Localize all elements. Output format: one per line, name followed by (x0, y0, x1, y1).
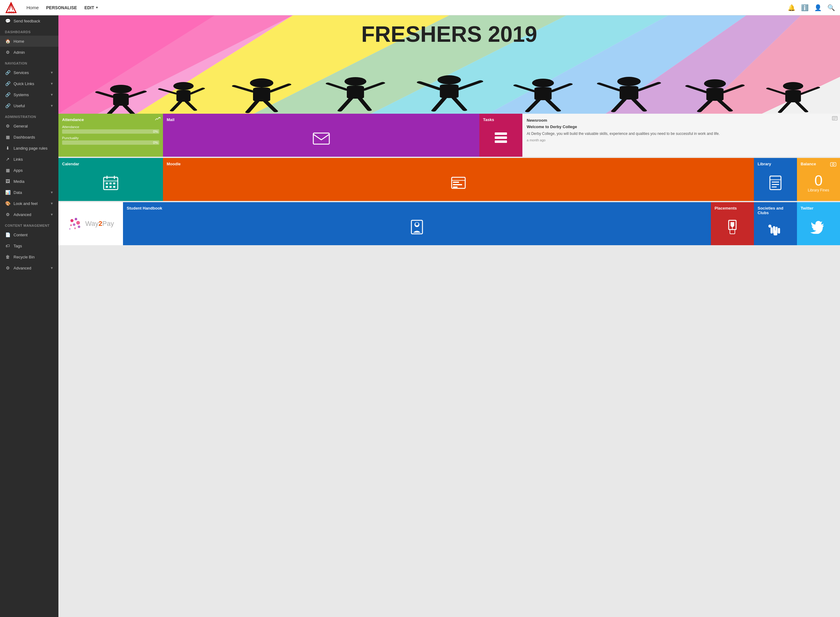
systems-icon: 🔗 (5, 92, 10, 97)
tile-attendance[interactable]: Attendance Attendance 0% Punctuality (58, 114, 163, 157)
svg-rect-45 (534, 87, 552, 100)
tile-student-handbook[interactable]: Student Handbook (123, 202, 711, 245)
tile-way2pay[interactable]: Way2Pay (58, 202, 123, 245)
attendance-bar-punctuality-pct: 0% (153, 141, 158, 145)
svg-point-32 (345, 77, 366, 86)
sidebar-item-links[interactable]: ↗ Links (0, 154, 58, 165)
svg-rect-82 (113, 183, 115, 185)
sidebar-item-dashboards[interactable]: ▦ Dashboards (0, 131, 58, 143)
svg-rect-85 (113, 186, 115, 188)
sidebar-item-home[interactable]: 🏠 Home (0, 35, 58, 47)
sidebar-useful-label: Useful (13, 103, 47, 108)
tile-tasks[interactable]: Tasks (479, 114, 522, 157)
sidebar-item-content[interactable]: 📄 Content (0, 229, 58, 240)
tile-twitter[interactable]: Twitter (797, 202, 840, 245)
tile-moodle[interactable]: Moodle (163, 158, 754, 201)
look-feel-chevron-icon: ▼ (50, 202, 53, 205)
advanced-admin-chevron-icon: ▼ (50, 213, 53, 216)
links-icon: ↗ (5, 156, 10, 162)
sidebar-item-media[interactable]: 🖼 Media (0, 176, 58, 187)
sidebar-section-navigation: NAVIGATION (0, 58, 58, 67)
svg-rect-114 (773, 226, 775, 233)
svg-rect-33 (347, 86, 364, 99)
services-chevron-icon: ▼ (50, 71, 53, 74)
nav-personalise[interactable]: PERSONALISE (46, 5, 77, 10)
sidebar-item-advanced-content[interactable]: ⚙ Advanced ▼ (0, 263, 58, 273)
sidebar-item-useful[interactable]: 🔗 Useful ▼ (0, 100, 58, 111)
svg-rect-90 (453, 186, 457, 188)
tile-calendar[interactable]: Calendar (58, 158, 163, 201)
newsroom-section-title: Newsroom (527, 118, 836, 123)
svg-rect-81 (109, 183, 112, 185)
sidebar-item-admin[interactable]: ⚙ Admin (0, 47, 58, 58)
search-icon[interactable]: 🔍 (827, 4, 835, 11)
tile-library[interactable]: Library (754, 158, 797, 201)
way2pay-text: Way2Pay (85, 220, 114, 228)
nav-edit[interactable]: EDIT ▼ (84, 5, 98, 10)
main-layout: 💬 Send feedback DASHBOARDS 🏠 Home ⚙ Admi… (0, 15, 840, 617)
svg-point-26 (250, 78, 274, 87)
sidebar-media-label: Media (13, 179, 53, 184)
svg-rect-68 (313, 133, 329, 144)
sidebar-item-look-and-feel[interactable]: 🎨 Look and feel ▼ (0, 198, 58, 209)
attendance-title: Attendance (62, 117, 159, 122)
sidebar-item-tags[interactable]: 🏷 Tags (0, 240, 58, 251)
svg-rect-113 (770, 227, 773, 233)
sidebar-item-advanced-admin[interactable]: ⚙ Advanced ▼ (0, 209, 58, 220)
svg-rect-94 (772, 184, 779, 185)
svg-point-50 (617, 77, 641, 86)
sidebar-services-label: Services (13, 70, 47, 75)
svg-rect-89 (453, 184, 462, 185)
tile-balance[interactable]: Balance 0 Library Fines (797, 158, 840, 201)
svg-rect-51 (620, 86, 638, 100)
tile-mail[interactable]: Mail (163, 114, 479, 157)
sidebar-item-apps[interactable]: ▦ Apps (0, 165, 58, 176)
sidebar-data-label: Data (13, 190, 47, 195)
svg-point-20 (173, 82, 194, 90)
bell-icon[interactable]: 🔔 (788, 4, 796, 11)
sidebar-item-data[interactable]: 📊 Data ▼ (0, 187, 58, 198)
svg-rect-21 (176, 90, 191, 102)
svg-point-100 (76, 221, 80, 224)
info-icon[interactable]: ℹ️ (801, 4, 809, 11)
svg-rect-57 (706, 88, 723, 101)
svg-rect-95 (772, 186, 776, 187)
sidebar-item-recycle-bin[interactable]: 🗑 Recycle Bin (0, 251, 58, 263)
svg-rect-15 (113, 93, 129, 106)
svg-rect-93 (772, 182, 779, 183)
sidebar-item-send-feedback[interactable]: 💬 Send feedback (0, 15, 58, 27)
sidebar-look-feel-label: Look and feel (13, 201, 47, 206)
sidebar-advanced-admin-label: Advanced (13, 212, 47, 217)
sidebar-item-services[interactable]: 🔗 Services ▼ (0, 67, 58, 78)
tile-newsroom[interactable]: Newsroom Welcome to Derby College At Der… (522, 114, 840, 157)
user-icon[interactable]: 👤 (814, 4, 822, 11)
sidebar-item-general[interactable]: ⚙ General (0, 121, 58, 131)
hero-title: FRESHERS 2019 (361, 22, 537, 47)
sidebar-section-dashboards: DASHBOARDS (0, 27, 58, 35)
tile-placements[interactable]: Placements (711, 202, 754, 245)
library-icon (757, 168, 793, 197)
top-nav: Home PERSONALISE EDIT ▼ (27, 5, 788, 10)
calendar-title: Calendar (62, 162, 159, 166)
svg-rect-63 (785, 90, 801, 102)
balance-money-icon (830, 162, 836, 167)
landing-page-icon: ⬇ (5, 145, 10, 151)
sidebar-quick-links-label: Quick Links (13, 81, 47, 86)
nav-home[interactable]: Home (27, 5, 39, 10)
svg-point-62 (783, 82, 803, 90)
tasks-title: Tasks (483, 117, 519, 122)
svg-point-102 (70, 224, 72, 226)
sidebar-item-systems[interactable]: 🔗 Systems ▼ (0, 89, 58, 100)
home-icon: 🏠 (5, 38, 10, 44)
sidebar-item-quick-links[interactable]: 🔗 Quick Links ▼ (0, 78, 58, 89)
svg-point-101 (73, 223, 75, 226)
sidebar-advanced-content-label: Advanced (13, 266, 47, 270)
logo[interactable]: DCG (5, 1, 17, 14)
sidebar-systems-label: Systems (13, 93, 47, 97)
sidebar-landing-label: Landing page rules (13, 146, 53, 151)
sidebar-item-landing-page-rules[interactable]: ⬇ Landing page rules (0, 143, 58, 154)
newsroom-timestamp: a month ago (527, 138, 836, 142)
tile-societies[interactable]: Societies and Clubs (754, 202, 797, 245)
balance-value-wrap: 0 Library Fines (801, 168, 836, 197)
svg-rect-88 (453, 182, 459, 183)
